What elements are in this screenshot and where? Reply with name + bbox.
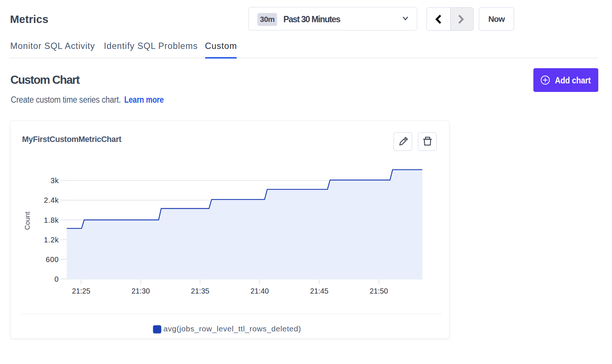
- svg-text:2.4k: 2.4k: [44, 196, 59, 204]
- svg-text:1.8k: 1.8k: [44, 216, 59, 224]
- svg-text:21:40: 21:40: [250, 287, 269, 295]
- svg-text:21:50: 21:50: [370, 287, 388, 295]
- svg-text:600: 600: [46, 255, 59, 264]
- svg-text:21:25: 21:25: [72, 287, 91, 295]
- svg-text:3k: 3k: [50, 176, 59, 185]
- svg-text:1.2k: 1.2k: [44, 235, 59, 244]
- svg-text:0: 0: [55, 275, 59, 283]
- svg-text:21:45: 21:45: [310, 287, 329, 295]
- svg-text:avg(jobs_row_level_ttl_rows_de: avg(jobs_row_level_ttl_rows_deleted): [164, 324, 301, 333]
- svg-text:21:35: 21:35: [191, 287, 210, 295]
- svg-text:21:30: 21:30: [132, 287, 150, 295]
- svg-text:Count: Count: [23, 211, 31, 229]
